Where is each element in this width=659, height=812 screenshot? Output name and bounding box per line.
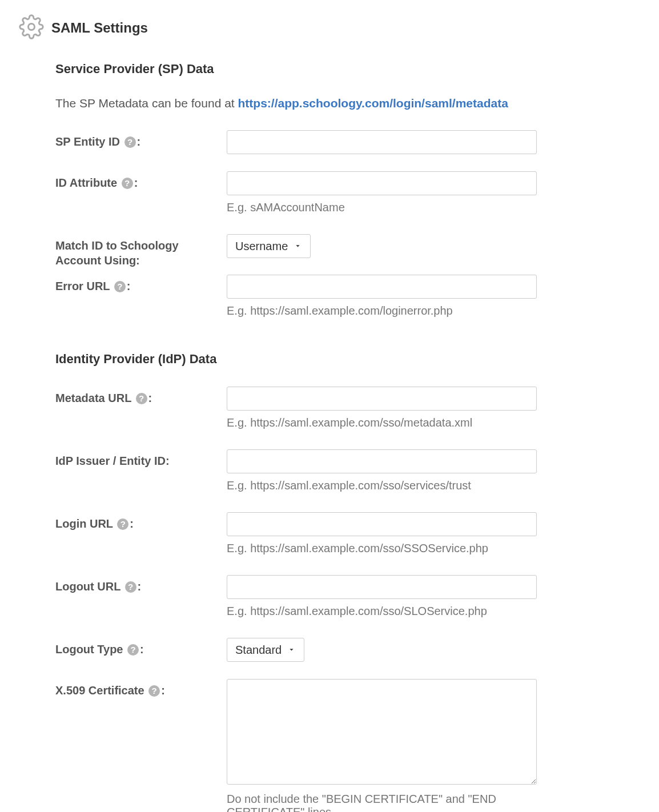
error-url-label: Error URL <box>55 280 110 292</box>
logout-type-selected: Standard <box>235 644 282 657</box>
x509-helper: Do not include the "BEGIN CERTIFICATE" a… <box>227 793 537 812</box>
colon: : <box>140 643 144 656</box>
sp-entity-id-label: SP Entity ID <box>55 135 120 148</box>
colon: : <box>138 580 142 593</box>
metadata-url-input[interactable] <box>227 387 537 411</box>
svg-point-0 <box>29 24 35 30</box>
id-attribute-helper: E.g. sAMAccountName <box>227 201 537 214</box>
id-attribute-input[interactable] <box>227 171 537 195</box>
help-icon[interactable]: ? <box>122 178 133 189</box>
logout-type-select[interactable]: Standard <box>227 638 304 662</box>
chevron-down-icon <box>294 240 302 253</box>
colon: : <box>127 280 131 292</box>
help-icon[interactable]: ? <box>136 393 147 404</box>
sp-section-title: Service Provider (SP) Data <box>55 62 537 77</box>
error-url-input[interactable] <box>227 275 537 299</box>
logout-url-label: Logout URL <box>55 580 120 593</box>
x509-textarea[interactable] <box>227 679 537 785</box>
help-icon[interactable]: ? <box>114 281 126 292</box>
colon: : <box>137 135 141 148</box>
logout-url-input[interactable] <box>227 575 537 599</box>
sp-metadata-link[interactable]: https://app.schoology.com/login/saml/met… <box>238 97 508 110</box>
sp-metadata-line: The SP Metadata can be found at https://… <box>55 97 537 110</box>
match-id-selected: Username <box>235 240 288 253</box>
help-icon[interactable]: ? <box>125 581 136 593</box>
login-url-helper: E.g. https://saml.example.com/sso/SSOSer… <box>227 542 537 555</box>
page-title: SAML Settings <box>51 20 148 36</box>
help-icon[interactable]: ? <box>127 644 139 656</box>
error-url-helper: E.g. https://saml.example.com/loginerror… <box>227 304 537 317</box>
match-id-select[interactable]: Username <box>227 234 311 258</box>
gear-icon <box>11 14 51 42</box>
colon: : <box>130 517 134 530</box>
id-attribute-label: ID Attribute <box>55 176 117 189</box>
logout-type-label: Logout Type <box>55 643 123 656</box>
help-icon[interactable]: ? <box>124 136 136 148</box>
chevron-down-icon <box>287 644 296 657</box>
colon: : <box>161 684 165 697</box>
metadata-url-helper: E.g. https://saml.example.com/sso/metada… <box>227 416 537 429</box>
idp-issuer-helper: E.g. https://saml.example.com/sso/servic… <box>227 479 537 492</box>
help-icon[interactable]: ? <box>148 685 160 697</box>
idp-issuer-label: IdP Issuer / Entity ID: <box>55 455 170 467</box>
sp-metadata-prefix: The SP Metadata can be found at <box>55 97 238 110</box>
idp-issuer-input[interactable] <box>227 449 537 473</box>
sp-entity-id-input[interactable] <box>227 130 537 154</box>
login-url-input[interactable] <box>227 512 537 536</box>
help-icon[interactable]: ? <box>117 518 128 530</box>
match-id-label: Match ID to Schoology Account Using: <box>55 239 179 267</box>
logout-url-helper: E.g. https://saml.example.com/sso/SLOSer… <box>227 605 537 618</box>
colon: : <box>148 392 152 404</box>
login-url-label: Login URL <box>55 517 113 530</box>
metadata-url-label: Metadata URL <box>55 392 131 404</box>
colon: : <box>134 176 138 189</box>
idp-section-title: Identity Provider (IdP) Data <box>55 352 537 367</box>
x509-label: X.509 Certificate <box>55 684 144 697</box>
